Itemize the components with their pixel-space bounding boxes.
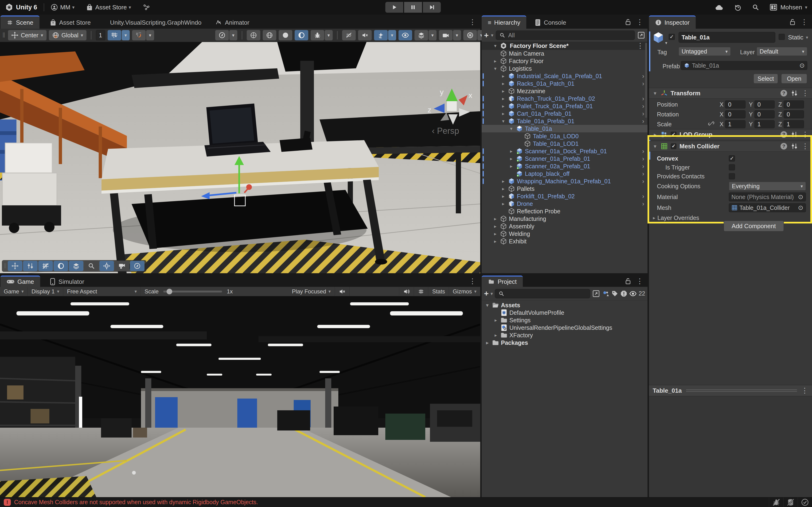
gizmos-visibility-button[interactable]: [463, 30, 477, 40]
transform-rotation-z-field[interactable]: 0: [783, 110, 804, 118]
asset-store-menu[interactable]: Asset Store: [95, 4, 126, 11]
tab-asset-store[interactable]: Asset Store: [44, 15, 97, 29]
hierarchy-item[interactable]: ▸Industrial_Scale_01a_Prefab_01›: [481, 72, 648, 80]
layer-dropdown[interactable]: Default▾: [757, 47, 807, 56]
inspector-menu-icon[interactable]: ⋮: [801, 18, 808, 25]
project-item[interactable]: ▾Assets: [481, 301, 648, 309]
project-open-search-button[interactable]: [592, 290, 600, 298]
expander-icon[interactable]: ▸: [491, 238, 500, 244]
expander-icon[interactable]: ▸: [491, 231, 500, 237]
project-item[interactable]: DefaultVolumeProfile: [481, 309, 648, 317]
prefab-chevron[interactable]: ›: [642, 163, 644, 170]
expander-icon[interactable]: ▾: [499, 118, 507, 124]
tab-animator[interactable]: Animator: [209, 15, 255, 29]
hierarchy-item[interactable]: ▸Drone›: [481, 200, 648, 208]
expander-icon[interactable]: ▸: [499, 111, 507, 116]
game-display-dropdown[interactable]: Display 1▾: [28, 287, 63, 296]
hierarchy-item[interactable]: ▸Assembly: [481, 223, 648, 230]
lod-presets-icon[interactable]: [791, 131, 798, 138]
project-item[interactable]: ▸Packages: [481, 339, 648, 346]
grid-size-field[interactable]: 1: [96, 30, 105, 40]
transform-presets-icon[interactable]: [791, 90, 798, 97]
prefab-chevron[interactable]: ›: [642, 200, 644, 208]
snap-dropdown[interactable]: ▾: [146, 30, 154, 40]
effects-toggle-button[interactable]: [374, 30, 388, 40]
project-item[interactable]: ▸XFactory: [481, 331, 648, 339]
prefab-chevron[interactable]: ›: [642, 155, 644, 162]
expander-icon[interactable]: ▸: [499, 186, 507, 191]
transform-scale-y-field[interactable]: 1: [754, 120, 775, 128]
hierarchy-search-input[interactable]: All: [496, 31, 635, 40]
pause-button[interactable]: [404, 2, 422, 13]
expander-icon[interactable]: ▸: [507, 163, 515, 169]
hierarchy-item[interactable]: ▾Table_01a_Prefab_01›: [481, 117, 648, 125]
history-icon[interactable]: [734, 3, 742, 11]
expander-icon[interactable]: ▸: [499, 96, 507, 101]
overlay-camera[interactable]: [115, 261, 129, 271]
hierarchy-item[interactable]: ▸Scanner_01a_Prefab_01›: [481, 155, 648, 162]
play-button[interactable]: [385, 2, 403, 13]
project-item[interactable]: ▸Settings: [481, 317, 648, 324]
grid-visibility-dropdown[interactable]: ▾: [122, 30, 130, 40]
hierarchy-item[interactable]: ▸Manufacturing: [481, 215, 648, 223]
prefab-chevron[interactable]: ›: [642, 95, 644, 102]
project-create-button[interactable]: +: [484, 289, 489, 298]
collider-expander-icon[interactable]: ▾: [652, 144, 658, 149]
tab-game[interactable]: Game: [0, 276, 40, 287]
collider-presets-icon[interactable]: [791, 143, 798, 150]
expander-icon[interactable]: ▸: [507, 148, 515, 154]
cache-server-disconnected-icon[interactable]: [787, 499, 794, 506]
tab-inspector[interactable]: Inspector: [649, 15, 696, 29]
scene-expander-icon[interactable]: ▾: [481, 43, 500, 49]
object-icon[interactable]: ▾: [652, 32, 664, 45]
expander-icon[interactable]: ▸: [499, 81, 507, 87]
expander-icon[interactable]: ▸: [499, 201, 507, 207]
hierarchy-scrollbar[interactable]: [645, 43, 647, 118]
game-display-target-dropdown[interactable]: Game▾: [0, 287, 28, 296]
layers-button[interactable]: [414, 30, 428, 40]
lod-group-header[interactable]: ▸ ✓ LOD Group ?⋮: [649, 129, 812, 140]
scene-viewport[interactable]: y x z ‹ Persp: [0, 42, 480, 273]
convex-checkbox[interactable]: ✓: [729, 155, 735, 162]
user-menu[interactable]: Mohsen ▾: [769, 4, 807, 11]
prefab-chevron[interactable]: ›: [642, 148, 644, 155]
static-dropdown-icon[interactable]: ▾: [806, 35, 808, 40]
lod-enabled-checkbox[interactable]: ✓: [671, 132, 676, 137]
layers-dropdown[interactable]: ▾: [428, 30, 437, 40]
preview-bar[interactable]: Table_01a ⋮: [649, 385, 812, 396]
game-panel-menu-icon[interactable]: ⋮: [469, 278, 476, 285]
overlay-gizmo[interactable]: [69, 261, 84, 271]
object-name-field[interactable]: Table_01a: [678, 32, 775, 43]
hierarchy-item[interactable]: ▸Mezzanine: [481, 87, 648, 95]
hierarchy-item[interactable]: ▸Forklift_01_Prefab_02›: [481, 192, 648, 200]
overlay-frame[interactable]: [99, 261, 114, 271]
collider-help-icon[interactable]: ?: [780, 143, 787, 150]
material-object-field[interactable]: None (Physics Material)⊙: [729, 192, 806, 202]
filter-by-label-button[interactable]: [611, 290, 618, 297]
create-object-dropdown[interactable]: ▾: [491, 33, 493, 38]
hierarchy-item[interactable]: ▸Factory Floor: [481, 57, 648, 65]
project-search-input[interactable]: [495, 289, 590, 298]
cloud-icon[interactable]: [714, 4, 724, 10]
tab-graph-window[interactable]: Unity.VisualScripting.GraphWindo: [104, 15, 207, 29]
game-viewport[interactable]: [0, 296, 480, 497]
prefab-chevron[interactable]: ›: [642, 110, 644, 117]
tab-hierarchy[interactable]: ≡Hierarchy: [481, 15, 526, 29]
tool-pivot-dropdown[interactable]: Center▾: [8, 30, 46, 40]
scene-visibility-button[interactable]: [399, 30, 412, 40]
hierarchy-item[interactable]: ▾Table_01a: [481, 125, 648, 132]
transform-position-z-field[interactable]: 0: [783, 101, 804, 108]
create-object-button[interactable]: +: [484, 31, 489, 40]
prefab-open-button[interactable]: Open: [781, 74, 807, 83]
expander-icon[interactable]: ▾: [491, 66, 500, 71]
game-gizmos-dropdown[interactable]: Gizmos▾: [449, 287, 480, 296]
overlay-grid-toggle[interactable]: [38, 261, 53, 271]
transform-help-icon[interactable]: ?: [780, 90, 787, 97]
game-vsync-toggle[interactable]: [399, 287, 414, 296]
audio-toggle-button[interactable]: [358, 30, 372, 40]
prefab-select-button[interactable]: Select: [754, 74, 778, 83]
mesh-collider-header[interactable]: ▾ ✓ Mesh Collider ?⋮: [649, 141, 812, 152]
filter-by-type-button[interactable]: [602, 290, 609, 297]
camera-settings-button[interactable]: [439, 30, 453, 40]
2d-toggle-button[interactable]: 2D: [342, 30, 356, 40]
